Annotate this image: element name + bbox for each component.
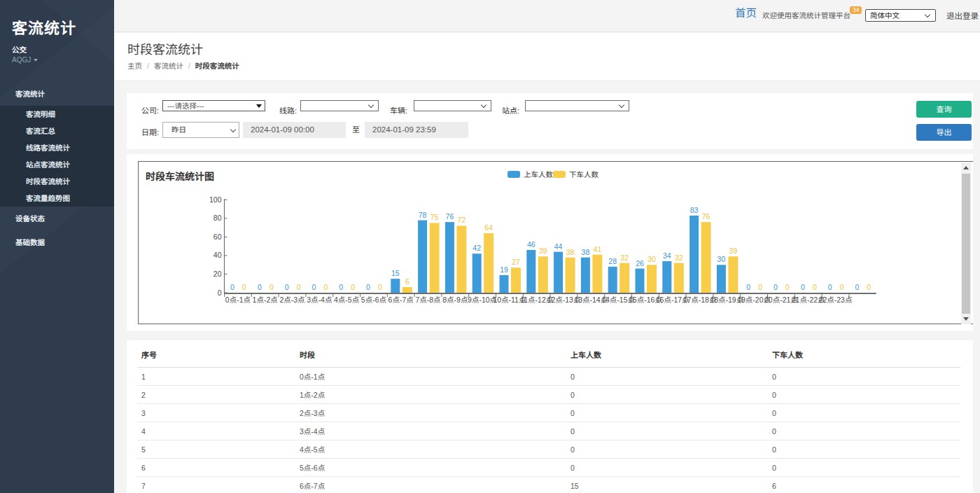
svg-text:38: 38 — [582, 248, 590, 256]
svg-text:0: 0 — [323, 283, 328, 291]
svg-text:34: 34 — [663, 251, 671, 260]
svg-text:78: 78 — [419, 211, 427, 219]
svg-text:0: 0 — [867, 283, 871, 291]
svg-text:0: 0 — [242, 283, 246, 291]
svg-text:7点-8点: 7点-8点 — [415, 296, 440, 304]
svg-text:39: 39 — [729, 246, 738, 255]
svg-text:39: 39 — [539, 246, 547, 255]
svg-text:0点-1点: 0点-1点 — [225, 296, 251, 304]
svg-text:0: 0 — [218, 289, 222, 297]
svg-text:5点-6点: 5点-6点 — [361, 296, 386, 304]
svg-text:0: 0 — [378, 283, 382, 291]
svg-text:19: 19 — [500, 265, 508, 274]
svg-text:0: 0 — [785, 283, 790, 291]
svg-text:0: 0 — [828, 283, 832, 291]
svg-text:30: 30 — [718, 255, 726, 263]
svg-text:0: 0 — [230, 283, 234, 291]
svg-text:76: 76 — [702, 212, 710, 221]
svg-text:0: 0 — [746, 283, 750, 291]
svg-text:20: 20 — [214, 270, 222, 278]
svg-text:0: 0 — [813, 283, 817, 291]
svg-text:6: 6 — [405, 277, 410, 286]
svg-text:64: 64 — [484, 223, 493, 232]
svg-text:0: 0 — [258, 283, 262, 291]
svg-text:76: 76 — [446, 212, 454, 221]
svg-text:100: 100 — [209, 195, 222, 204]
svg-text:0: 0 — [774, 283, 778, 291]
svg-text:2点-3点: 2点-3点 — [279, 296, 304, 304]
svg-text:75: 75 — [430, 213, 439, 221]
svg-text:1点-2点: 1点-2点 — [253, 296, 278, 304]
svg-text:44: 44 — [554, 242, 563, 251]
svg-text:46: 46 — [527, 240, 536, 249]
svg-text:0: 0 — [801, 283, 805, 291]
svg-text:0: 0 — [270, 283, 274, 291]
svg-text:6点-7点: 6点-7点 — [388, 296, 414, 304]
svg-text:0: 0 — [758, 283, 762, 291]
svg-text:0: 0 — [855, 283, 859, 291]
svg-text:80: 80 — [214, 214, 222, 222]
svg-text:4点-5点: 4点-5点 — [334, 296, 359, 304]
svg-text:27: 27 — [512, 258, 520, 266]
svg-text:30: 30 — [648, 255, 656, 263]
svg-text:3点-4点: 3点-4点 — [307, 296, 332, 304]
svg-text:0: 0 — [297, 283, 301, 291]
svg-text:0: 0 — [285, 283, 289, 291]
svg-text:32: 32 — [620, 254, 629, 262]
svg-text:83: 83 — [690, 206, 699, 214]
svg-text:22点-23点: 22点-23点 — [819, 296, 853, 304]
svg-text:26: 26 — [636, 259, 644, 268]
svg-text:0: 0 — [312, 283, 316, 291]
svg-text:32: 32 — [675, 254, 683, 262]
svg-text:60: 60 — [214, 232, 222, 241]
svg-text:38: 38 — [566, 248, 575, 256]
svg-text:0: 0 — [351, 283, 355, 291]
svg-text:8点-9点: 8点-9点 — [442, 296, 468, 304]
svg-text:15: 15 — [391, 269, 400, 277]
svg-text:42: 42 — [472, 244, 481, 252]
svg-text:0: 0 — [339, 283, 343, 291]
svg-text:72: 72 — [458, 216, 466, 224]
svg-text:28: 28 — [608, 257, 617, 265]
svg-text:0: 0 — [840, 283, 844, 291]
svg-text:41: 41 — [594, 245, 602, 254]
svg-text:40: 40 — [214, 251, 222, 259]
svg-text:0: 0 — [366, 283, 370, 291]
